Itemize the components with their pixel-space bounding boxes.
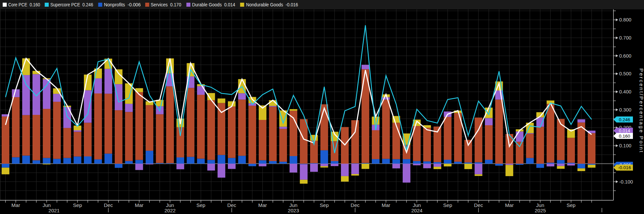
svg-text:Durable Goods 0.014: Durable Goods 0.014: [192, 2, 235, 7]
svg-text:Mar: Mar: [258, 202, 267, 208]
svg-text:0.800: 0.800: [619, 17, 631, 22]
svg-text:Nondurable Goods -0.016: Nondurable Goods -0.016: [246, 2, 298, 7]
svg-text:Sep: Sep: [196, 202, 205, 208]
svg-text:Nonprofits -0.006: Nonprofits -0.006: [104, 2, 141, 7]
svg-text:Jun: Jun: [413, 202, 421, 208]
svg-text:2025: 2025: [535, 208, 546, 213]
svg-text:0.600: 0.600: [619, 53, 631, 59]
svg-text:Core PCE 0.160: Core PCE 0.160: [8, 2, 40, 7]
svg-text:Mar: Mar: [382, 202, 390, 208]
svg-text:Dec: Dec: [351, 202, 360, 208]
svg-text:-0.016: -0.016: [618, 165, 631, 170]
svg-text:Mar: Mar: [135, 202, 144, 208]
svg-text:-0.100: -0.100: [619, 179, 633, 185]
svg-text:Jun: Jun: [43, 202, 51, 208]
svg-text:2021: 2021: [48, 208, 59, 213]
svg-text:0.700: 0.700: [619, 35, 631, 41]
svg-text:Supercore PCE 0.246: Supercore PCE 0.246: [50, 2, 93, 7]
svg-text:0.160: 0.160: [619, 134, 630, 139]
svg-text:Sep: Sep: [566, 202, 576, 208]
svg-text:Percent/Percentage Point: Percent/Percentage Point: [639, 68, 644, 153]
svg-text:2023: 2023: [288, 208, 299, 213]
svg-text:Mar: Mar: [11, 202, 20, 208]
svg-text:0.246: 0.246: [619, 117, 630, 122]
svg-text:Dec: Dec: [227, 202, 236, 208]
svg-text:Dec: Dec: [104, 202, 113, 208]
svg-text:Sep: Sep: [443, 202, 452, 208]
svg-text:0.300: 0.300: [619, 107, 631, 113]
svg-text:0.500: 0.500: [619, 71, 631, 76]
svg-text:Mar: Mar: [505, 202, 514, 208]
svg-text:Sep: Sep: [73, 202, 82, 208]
svg-text:Jun: Jun: [536, 202, 544, 208]
svg-text:Jun: Jun: [289, 202, 297, 208]
svg-text:Services 0.170: Services 0.170: [151, 2, 181, 7]
svg-text:0.100: 0.100: [619, 143, 631, 148]
svg-text:Jun: Jun: [166, 202, 174, 208]
svg-text:2024: 2024: [411, 208, 423, 213]
svg-text:Dec: Dec: [474, 202, 483, 208]
svg-text:0.014: 0.014: [619, 128, 630, 133]
svg-text:0.400: 0.400: [619, 89, 631, 94]
svg-text:2022: 2022: [164, 208, 176, 213]
svg-text:Sep: Sep: [320, 202, 329, 208]
